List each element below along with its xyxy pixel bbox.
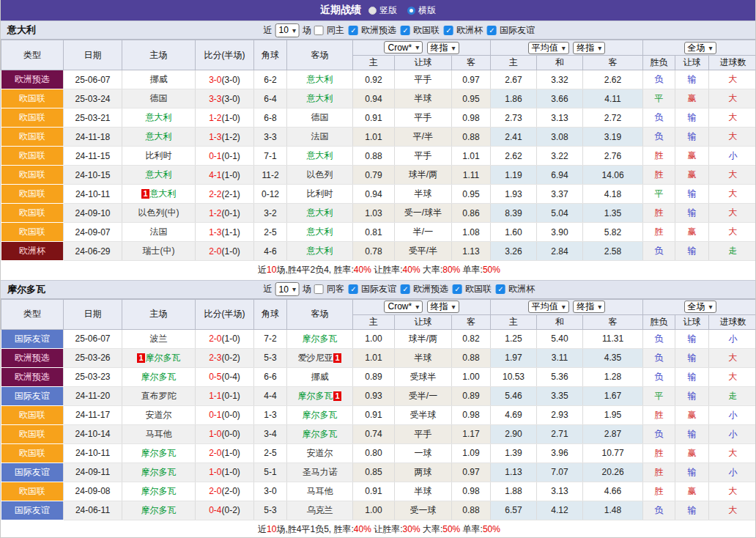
away-team-name[interactable]: 意大利: [307, 246, 333, 256]
section-header: 意大利 近 10▾ 场 同主 ✓ 欧洲预选 ✓ 欧国联 ✓ 欧洲杯 ✓ 国际友谊: [1, 21, 755, 40]
odds-time-select[interactable]: 终指▾: [427, 301, 459, 313]
avg-source-select[interactable]: 平均值▾: [528, 301, 569, 313]
competition-badge[interactable]: 欧国联: [1, 108, 64, 128]
away-team-name[interactable]: 意大利: [307, 74, 333, 84]
competition-checkbox[interactable]: ✓: [487, 26, 497, 35]
away-team-name[interactable]: 挪威: [311, 372, 329, 382]
competition-badge[interactable]: 国际友谊: [1, 463, 64, 482]
away-team-name[interactable]: 意大利: [307, 93, 333, 103]
away-team-name[interactable]: 意大利: [307, 226, 333, 237]
home-team-name[interactable]: 摩尔多瓦: [146, 353, 181, 363]
competition-badge[interactable]: 欧洲杯: [1, 242, 64, 261]
away-team-name[interactable]: 比利时: [307, 188, 333, 199]
competition-badge[interactable]: 欧国联: [1, 424, 64, 443]
avg-away-odds: 1.48: [583, 501, 643, 520]
odds-source-select[interactable]: Crow*▾: [384, 301, 423, 313]
home-team-name[interactable]: 比利时: [146, 150, 172, 161]
sub-header: 让球: [395, 314, 452, 329]
sub-header: 让球: [395, 56, 452, 70]
home-team-name[interactable]: 马耳他: [146, 429, 172, 439]
match-row: 欧国联24-09-10以色列(中)1-2(0-1)3-2意大利1.03受一/球半…: [1, 204, 756, 223]
avg-time-select[interactable]: 终指▾: [573, 42, 605, 54]
home-team-cell: 意大利: [122, 166, 196, 185]
away-team-name[interactable]: 意大利: [307, 150, 333, 161]
home-team-name[interactable]: 摩尔多瓦: [141, 467, 177, 477]
recent-count-select[interactable]: 10▾: [275, 282, 300, 296]
competition-badge[interactable]: 欧国联: [1, 443, 64, 463]
competition-badge[interactable]: 国际友谊: [1, 501, 64, 520]
competition-checkbox[interactable]: ✓: [453, 284, 462, 294]
competition-badge[interactable]: 欧洲预选: [1, 348, 64, 367]
away-team-name[interactable]: 德国: [311, 112, 329, 122]
away-team-name[interactable]: 马耳他: [307, 486, 333, 496]
home-team-name[interactable]: 意大利: [150, 188, 177, 199]
home-team-name[interactable]: 摩尔多瓦: [141, 486, 177, 496]
home-team-name[interactable]: 以色列(中): [138, 207, 179, 218]
away-team-name[interactable]: 法国: [311, 131, 329, 141]
home-team-name[interactable]: 摩尔多瓦: [141, 505, 177, 515]
home-team-name[interactable]: 波兰: [150, 334, 168, 344]
handicap-home-odds: 0.89: [353, 367, 395, 386]
competition-badge[interactable]: 欧国联: [1, 89, 64, 108]
home-team-name[interactable]: 挪威: [150, 74, 168, 84]
scope-select[interactable]: 全场▾: [684, 42, 716, 54]
competition-checkbox[interactable]: ✓: [349, 26, 358, 35]
competition-checkbox[interactable]: ✓: [496, 284, 505, 294]
home-team-name[interactable]: 摩尔多瓦: [141, 448, 177, 458]
handicap-line: 球半/两: [395, 166, 452, 185]
competition-badge[interactable]: 欧国联: [1, 204, 64, 223]
home-team-name[interactable]: 意大利: [146, 131, 172, 141]
scope-select[interactable]: 全场▾: [684, 301, 716, 313]
home-team-name[interactable]: 德国: [150, 93, 168, 103]
halftime-score: (1-0): [222, 246, 240, 257]
competition-checkbox[interactable]: ✓: [444, 26, 453, 35]
competition-badge[interactable]: 欧国联: [1, 405, 64, 424]
competition-badge[interactable]: 欧国联: [1, 166, 64, 185]
competition-badge[interactable]: 欧国联: [1, 482, 64, 501]
handicap-home-odds: 0.93: [353, 386, 395, 405]
competition-badge[interactable]: 国际友谊: [1, 386, 64, 405]
home-team-name[interactable]: 意大利: [146, 112, 172, 122]
odds-source-select[interactable]: Crow*▾: [384, 41, 423, 54]
recent-count-select[interactable]: 10▾: [275, 23, 300, 37]
home-team-name[interactable]: 安道尔: [146, 410, 172, 420]
competition-checkbox[interactable]: ✓: [401, 284, 410, 294]
home-team-name[interactable]: 意大利: [146, 169, 172, 180]
competition-badge[interactable]: 欧洲预选: [1, 70, 64, 89]
away-team-name[interactable]: 圣马力诺: [303, 467, 338, 477]
competition-badge[interactable]: 欧洲预选: [1, 367, 64, 386]
home-team-name[interactable]: 摩尔多瓦: [141, 372, 177, 382]
avg-time-select[interactable]: 终指▾: [573, 301, 605, 313]
competition-checkbox[interactable]: ✓: [401, 26, 410, 35]
odds-time-select[interactable]: 终指▾: [427, 42, 459, 54]
away-team-name[interactable]: 摩尔多瓦: [303, 410, 338, 420]
home-team-name[interactable]: 直布罗陀: [141, 391, 177, 401]
away-team-name[interactable]: 摩尔多瓦: [303, 429, 338, 439]
horizontal-layout-radio[interactable]: 横版: [407, 4, 436, 17]
competition-badge[interactable]: 欧国联: [1, 223, 64, 242]
home-team-name[interactable]: 法国: [150, 226, 168, 237]
corner-count: 3-2: [254, 204, 287, 223]
away-team-name[interactable]: 乌克兰: [307, 505, 333, 515]
competition-badge[interactable]: 欧国联: [1, 147, 64, 166]
away-team-name[interactable]: 安道尔: [307, 448, 333, 458]
competition-badge[interactable]: 国际友谊: [1, 329, 64, 348]
competition-badge[interactable]: 欧国联: [1, 128, 64, 147]
handicap-home-odds: 1.00: [353, 501, 395, 520]
away-team-name[interactable]: 以色列: [307, 169, 333, 180]
away-team-name[interactable]: 摩尔多瓦: [303, 334, 338, 344]
home-team-name[interactable]: 瑞士(中): [143, 246, 175, 256]
same-venue-checkbox[interactable]: [314, 284, 324, 294]
vertical-layout-radio[interactable]: 竖版: [368, 4, 397, 17]
score-cell: 0-1(0-1): [196, 147, 254, 166]
same-venue-checkbox[interactable]: [314, 26, 324, 35]
competition-badge[interactable]: 欧国联: [1, 185, 64, 204]
away-team-name[interactable]: 意大利: [307, 207, 333, 218]
avg-source-select[interactable]: 平均值▾: [528, 42, 569, 54]
away-team-name[interactable]: 摩尔多瓦: [297, 391, 333, 401]
handicap-line: 平/半: [395, 128, 452, 147]
sub-header: 和: [537, 56, 583, 70]
competition-checkbox-label: 欧洲杯: [508, 283, 535, 295]
competition-checkbox[interactable]: ✓: [349, 284, 358, 294]
away-team-name[interactable]: 爱沙尼亚: [297, 353, 333, 363]
